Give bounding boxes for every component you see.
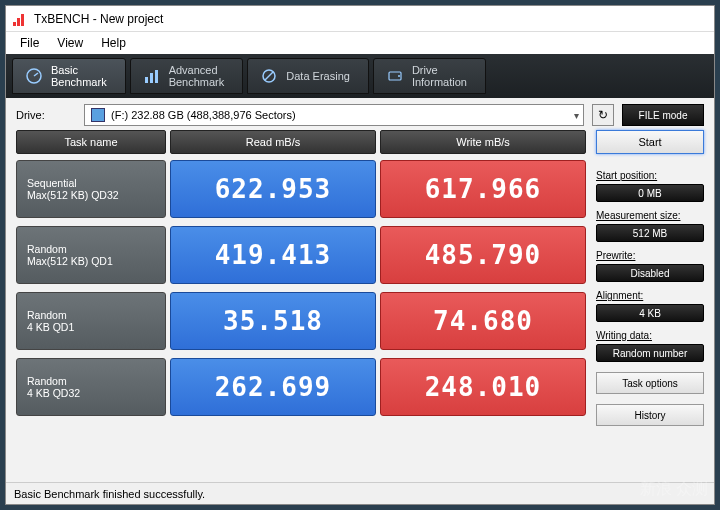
drive-value: (F:) 232.88 GB (488,388,976 Sectors) (111, 109, 296, 121)
header-write: Write mB/s (380, 130, 586, 154)
drive-info-icon (386, 67, 404, 85)
drive-icon (91, 108, 105, 122)
table-row: Random4 KB QD32 262.699 248.010 (16, 358, 586, 416)
task-cell[interactable]: Random4 KB QD32 (16, 358, 166, 416)
write-value[interactable]: 617.966 (380, 160, 586, 218)
svg-rect-5 (145, 77, 148, 83)
read-value[interactable]: 262.699 (170, 358, 376, 416)
status-bar: Basic Benchmark finished successfully. (6, 482, 714, 504)
window-title: TxBENCH - New project (34, 12, 163, 26)
prewrite-value[interactable]: Disabled (596, 264, 704, 282)
results-panel: Task name Read mB/s Write mB/s Sequentia… (16, 130, 586, 476)
svg-rect-2 (21, 14, 24, 26)
tab-bar: BasicBenchmark AdvancedBenchmark Data Er… (6, 54, 714, 98)
svg-rect-6 (150, 73, 153, 83)
write-value[interactable]: 74.680 (380, 292, 586, 350)
app-window: TxBENCH - New project File View Help Bas… (5, 5, 715, 505)
refresh-icon: ↻ (598, 108, 608, 122)
drive-label: Drive: (16, 109, 76, 121)
app-icon (12, 11, 28, 27)
svg-line-4 (34, 73, 38, 76)
alignment-value[interactable]: 4 KB (596, 304, 704, 322)
measurement-size-value[interactable]: 512 MB (596, 224, 704, 242)
measurement-size-label: Measurement size: (596, 210, 704, 221)
start-position-value[interactable]: 0 MB (596, 184, 704, 202)
start-button[interactable]: Start (596, 130, 704, 154)
tab-label: Basic (51, 64, 78, 76)
write-value[interactable]: 248.010 (380, 358, 586, 416)
table-row: SequentialMax(512 KB) QD32 622.953 617.9… (16, 160, 586, 218)
menu-file[interactable]: File (12, 34, 47, 52)
task-options-button[interactable]: Task options (596, 372, 704, 394)
table-header: Task name Read mB/s Write mB/s (16, 130, 586, 154)
svg-line-9 (265, 72, 273, 80)
prewrite-label: Prewrite: (596, 250, 704, 261)
menu-bar: File View Help (6, 32, 714, 54)
read-value[interactable]: 35.518 (170, 292, 376, 350)
menu-help[interactable]: Help (93, 34, 134, 52)
header-task: Task name (16, 130, 166, 154)
chevron-down-icon: ▾ (574, 110, 579, 121)
task-cell[interactable]: SequentialMax(512 KB) QD32 (16, 160, 166, 218)
title-bar: TxBENCH - New project (6, 6, 714, 32)
drive-row: Drive: (F:) 232.88 GB (488,388,976 Secto… (6, 98, 714, 130)
gauge-icon (25, 67, 43, 85)
main-area: Task name Read mB/s Write mB/s Sequentia… (6, 130, 714, 482)
tab-label: Data Erasing (286, 70, 350, 82)
task-cell[interactable]: Random4 KB QD1 (16, 292, 166, 350)
read-value[interactable]: 622.953 (170, 160, 376, 218)
content-area: Drive: (F:) 232.88 GB (488,388,976 Secto… (6, 98, 714, 482)
status-text: Basic Benchmark finished successfully. (14, 488, 205, 500)
task-cell[interactable]: RandomMax(512 KB) QD1 (16, 226, 166, 284)
writing-data-value[interactable]: Random number (596, 344, 704, 362)
history-button[interactable]: History (596, 404, 704, 426)
table-row: RandomMax(512 KB) QD1 419.413 485.790 (16, 226, 586, 284)
svg-rect-0 (13, 22, 16, 26)
writing-data-label: Writing data: (596, 330, 704, 341)
tab-basic-benchmark[interactable]: BasicBenchmark (12, 58, 126, 94)
read-value[interactable]: 419.413 (170, 226, 376, 284)
start-position-label: Start position: (596, 170, 704, 181)
erase-icon (260, 67, 278, 85)
tab-drive-information[interactable]: DriveInformation (373, 58, 486, 94)
write-value[interactable]: 485.790 (380, 226, 586, 284)
table-row: Random4 KB QD1 35.518 74.680 (16, 292, 586, 350)
refresh-button[interactable]: ↻ (592, 104, 614, 126)
file-mode-button[interactable]: FILE mode (622, 104, 704, 126)
tab-data-erasing[interactable]: Data Erasing (247, 58, 369, 94)
settings-panel: Start Start position: 0 MB Measurement s… (596, 130, 704, 476)
bars-icon (143, 67, 161, 85)
svg-rect-1 (17, 18, 20, 26)
tab-advanced-benchmark[interactable]: AdvancedBenchmark (130, 58, 244, 94)
alignment-label: Alignment: (596, 290, 704, 301)
header-read: Read mB/s (170, 130, 376, 154)
svg-rect-7 (155, 70, 158, 83)
svg-point-11 (398, 75, 400, 77)
menu-view[interactable]: View (49, 34, 91, 52)
drive-select[interactable]: (F:) 232.88 GB (488,388,976 Sectors) ▾ (84, 104, 584, 126)
